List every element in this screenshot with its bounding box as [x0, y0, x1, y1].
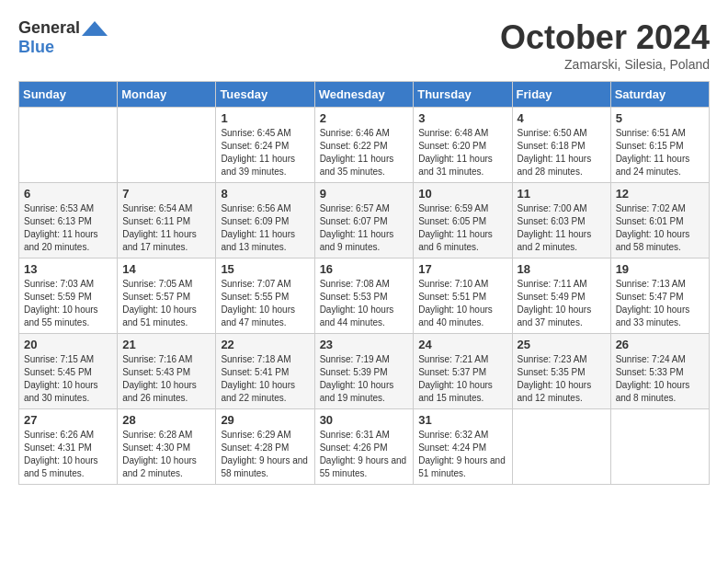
day-number: 6	[24, 187, 112, 201]
day-number: 10	[418, 187, 506, 201]
day-number: 14	[122, 262, 210, 276]
day-number: 2	[320, 111, 409, 125]
table-row: 18Sunrise: 7:11 AMSunset: 5:49 PMDayligh…	[512, 259, 610, 334]
calendar-header-row: Sunday Monday Tuesday Wednesday Thursday…	[19, 82, 710, 108]
day-info: Sunrise: 6:50 AMSunset: 6:18 PMDaylight:…	[518, 127, 606, 178]
day-info: Sunrise: 7:07 AMSunset: 5:55 PMDaylight:…	[221, 278, 309, 329]
day-info: Sunrise: 6:29 AMSunset: 4:28 PMDaylight:…	[221, 429, 309, 480]
table-row	[19, 108, 118, 183]
table-row	[610, 409, 709, 485]
day-number: 29	[221, 413, 309, 427]
day-info: Sunrise: 6:45 AMSunset: 6:24 PMDaylight:…	[221, 127, 309, 178]
day-number: 17	[418, 262, 506, 276]
table-row: 2Sunrise: 6:46 AMSunset: 6:22 PMDaylight…	[314, 108, 414, 183]
table-row: 13Sunrise: 7:03 AMSunset: 5:59 PMDayligh…	[19, 259, 118, 334]
table-row: 12Sunrise: 7:02 AMSunset: 6:01 PMDayligh…	[610, 183, 709, 259]
day-info: Sunrise: 7:19 AMSunset: 5:39 PMDaylight:…	[320, 353, 409, 405]
table-row: 14Sunrise: 7:05 AMSunset: 5:57 PMDayligh…	[118, 259, 216, 334]
table-row: 8Sunrise: 6:56 AMSunset: 6:09 PMDaylight…	[216, 183, 314, 259]
table-row: 7Sunrise: 6:54 AMSunset: 6:11 PMDaylight…	[118, 183, 216, 259]
table-row: 25Sunrise: 7:23 AMSunset: 5:35 PMDayligh…	[512, 334, 610, 409]
header-monday: Monday	[118, 82, 216, 108]
table-row: 4Sunrise: 6:50 AMSunset: 6:18 PMDaylight…	[512, 108, 610, 183]
header-saturday: Saturday	[610, 82, 709, 108]
day-info: Sunrise: 6:56 AMSunset: 6:09 PMDaylight:…	[221, 202, 309, 254]
day-number: 24	[418, 338, 506, 351]
calendar-week-row: 27Sunrise: 6:26 AMSunset: 4:31 PMDayligh…	[19, 409, 710, 485]
table-row: 5Sunrise: 6:51 AMSunset: 6:15 PMDaylight…	[610, 108, 709, 183]
title-block: October 2024 Zamarski, Silesia, Poland	[500, 18, 710, 72]
day-number: 30	[320, 413, 409, 427]
day-info: Sunrise: 7:23 AMSunset: 5:35 PMDaylight:…	[518, 353, 606, 405]
day-info: Sunrise: 7:11 AMSunset: 5:49 PMDaylight:…	[518, 278, 606, 329]
day-number: 18	[518, 262, 606, 276]
day-number: 7	[122, 187, 210, 201]
day-info: Sunrise: 6:26 AMSunset: 4:31 PMDaylight:…	[24, 429, 112, 480]
table-row	[118, 108, 216, 183]
day-number: 9	[320, 187, 409, 201]
table-row: 16Sunrise: 7:08 AMSunset: 5:53 PMDayligh…	[314, 259, 414, 334]
day-info: Sunrise: 7:16 AMSunset: 5:43 PMDaylight:…	[122, 353, 210, 405]
day-number: 16	[320, 262, 409, 276]
table-row: 28Sunrise: 6:28 AMSunset: 4:30 PMDayligh…	[118, 409, 216, 485]
day-info: Sunrise: 6:46 AMSunset: 6:22 PMDaylight:…	[320, 127, 409, 178]
day-number: 25	[518, 338, 606, 351]
day-info: Sunrise: 6:32 AMSunset: 4:24 PMDaylight:…	[418, 429, 506, 480]
day-number: 13	[24, 262, 112, 276]
table-row: 17Sunrise: 7:10 AMSunset: 5:51 PMDayligh…	[414, 259, 512, 334]
location-text: Zamarski, Silesia, Poland	[500, 57, 710, 72]
table-row: 19Sunrise: 7:13 AMSunset: 5:47 PMDayligh…	[610, 259, 709, 334]
svg-marker-0	[82, 21, 108, 36]
day-number: 3	[418, 111, 506, 125]
header-tuesday: Tuesday	[216, 82, 314, 108]
logo: General Blue	[18, 18, 108, 57]
day-info: Sunrise: 6:48 AMSunset: 6:20 PMDaylight:…	[418, 127, 506, 178]
table-row: 24Sunrise: 7:21 AMSunset: 5:37 PMDayligh…	[414, 334, 512, 409]
calendar-table: Sunday Monday Tuesday Wednesday Thursday…	[18, 81, 710, 485]
table-row: 10Sunrise: 6:59 AMSunset: 6:05 PMDayligh…	[414, 183, 512, 259]
day-info: Sunrise: 7:03 AMSunset: 5:59 PMDaylight:…	[24, 278, 112, 329]
day-number: 19	[616, 262, 704, 276]
day-info: Sunrise: 7:15 AMSunset: 5:45 PMDaylight:…	[24, 353, 112, 405]
day-number: 11	[518, 187, 606, 201]
day-number: 20	[24, 338, 112, 351]
day-number: 4	[518, 111, 606, 125]
header-wednesday: Wednesday	[314, 82, 414, 108]
day-info: Sunrise: 6:54 AMSunset: 6:11 PMDaylight:…	[122, 202, 210, 254]
table-row: 22Sunrise: 7:18 AMSunset: 5:41 PMDayligh…	[216, 334, 314, 409]
table-row	[512, 409, 610, 485]
day-number: 31	[418, 413, 506, 427]
day-info: Sunrise: 7:21 AMSunset: 5:37 PMDaylight:…	[418, 353, 506, 405]
table-row: 26Sunrise: 7:24 AMSunset: 5:33 PMDayligh…	[610, 334, 709, 409]
day-info: Sunrise: 7:10 AMSunset: 5:51 PMDaylight:…	[418, 278, 506, 329]
day-info: Sunrise: 7:02 AMSunset: 6:01 PMDaylight:…	[616, 202, 704, 254]
day-info: Sunrise: 7:24 AMSunset: 5:33 PMDaylight:…	[616, 353, 704, 405]
calendar-week-row: 13Sunrise: 7:03 AMSunset: 5:59 PMDayligh…	[19, 259, 710, 334]
table-row: 3Sunrise: 6:48 AMSunset: 6:20 PMDaylight…	[414, 108, 512, 183]
header-thursday: Thursday	[414, 82, 512, 108]
page-header: General Blue October 2024 Zamarski, Sile…	[18, 18, 710, 72]
month-title: October 2024	[500, 18, 710, 57]
calendar-week-row: 20Sunrise: 7:15 AMSunset: 5:45 PMDayligh…	[19, 334, 710, 409]
table-row: 27Sunrise: 6:26 AMSunset: 4:31 PMDayligh…	[19, 409, 118, 485]
day-info: Sunrise: 6:59 AMSunset: 6:05 PMDaylight:…	[418, 202, 506, 254]
day-number: 27	[24, 413, 112, 427]
logo-blue-text: Blue	[18, 38, 54, 57]
day-number: 1	[221, 111, 309, 125]
header-friday: Friday	[512, 82, 610, 108]
day-info: Sunrise: 7:05 AMSunset: 5:57 PMDaylight:…	[122, 278, 210, 329]
table-row: 15Sunrise: 7:07 AMSunset: 5:55 PMDayligh…	[216, 259, 314, 334]
day-number: 23	[320, 338, 409, 351]
day-info: Sunrise: 6:28 AMSunset: 4:30 PMDaylight:…	[122, 429, 210, 480]
header-sunday: Sunday	[19, 82, 118, 108]
table-row: 23Sunrise: 7:19 AMSunset: 5:39 PMDayligh…	[314, 334, 414, 409]
day-info: Sunrise: 6:57 AMSunset: 6:07 PMDaylight:…	[320, 202, 409, 254]
table-row: 29Sunrise: 6:29 AMSunset: 4:28 PMDayligh…	[216, 409, 314, 485]
calendar-week-row: 1Sunrise: 6:45 AMSunset: 6:24 PMDaylight…	[19, 108, 710, 183]
day-info: Sunrise: 6:31 AMSunset: 4:26 PMDaylight:…	[320, 429, 409, 480]
table-row: 1Sunrise: 6:45 AMSunset: 6:24 PMDaylight…	[216, 108, 314, 183]
logo-general-text: General	[18, 18, 80, 38]
day-number: 22	[221, 338, 309, 351]
table-row: 31Sunrise: 6:32 AMSunset: 4:24 PMDayligh…	[414, 409, 512, 485]
day-number: 28	[122, 413, 210, 427]
